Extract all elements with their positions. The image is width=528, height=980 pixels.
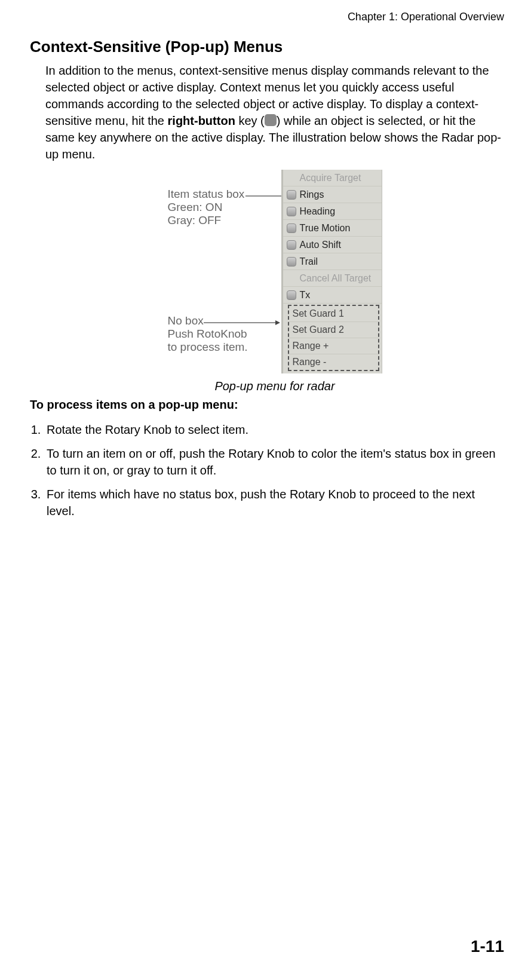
menu-item-range-minus[interactable]: Range - bbox=[289, 354, 378, 370]
menu-item-label: Rings bbox=[300, 189, 324, 200]
menu-item-auto-shift[interactable]: Auto Shift bbox=[283, 237, 382, 253]
section-title: Context-Sensitive (Pop-up) Menus bbox=[30, 38, 504, 56]
menu-item-label: True Motion bbox=[300, 223, 351, 234]
annot-status-box-l2: Green: ON bbox=[168, 201, 281, 214]
menu-item-tx[interactable]: Tx bbox=[283, 287, 382, 304]
menu-item-rings[interactable]: Rings bbox=[283, 186, 382, 203]
right-button-icon bbox=[265, 114, 277, 126]
arrow-icon bbox=[204, 319, 281, 326]
step-2: To turn an item on or off, push the Rota… bbox=[44, 445, 504, 479]
radar-popup-menu: Acquire Target Rings Heading True Motion bbox=[281, 170, 382, 373]
menu-item-heading[interactable]: Heading bbox=[283, 203, 382, 220]
annot-no-box-l2: Push RotoKnob bbox=[168, 327, 281, 341]
status-box-icon bbox=[287, 190, 296, 200]
menu-item-label: Trail bbox=[300, 256, 318, 267]
page-number: 1-11 bbox=[471, 937, 504, 956]
right-button-key-label: right-button bbox=[168, 114, 235, 127]
menu-item-true-motion[interactable]: True Motion bbox=[283, 220, 382, 237]
menu-item-label: Heading bbox=[300, 206, 336, 217]
procedure-heading: To process items on a pop-up menu: bbox=[30, 398, 504, 412]
annot-status-box-l3: Gray: OFF bbox=[168, 214, 281, 227]
step-3: For items which have no status box, push… bbox=[44, 486, 504, 519]
menu-item-set-guard-2[interactable]: Set Guard 2 bbox=[289, 322, 378, 338]
menu-item-label: Cancel All Target bbox=[300, 273, 372, 284]
menu-item-trail[interactable]: Trail bbox=[283, 253, 382, 270]
figure-caption: Pop-up menu for radar bbox=[45, 379, 504, 393]
status-box-icon bbox=[287, 207, 296, 216]
status-box-icon bbox=[287, 290, 296, 300]
figure-annotations: Item status box Green: ON Gray: OFF No b… bbox=[168, 170, 281, 373]
procedure-steps: Rotate the Rotary Knob to select item. T… bbox=[30, 421, 504, 519]
intro-text-b: key ( bbox=[235, 114, 265, 127]
menu-item-label: Auto Shift bbox=[300, 240, 341, 250]
status-box-icon bbox=[287, 240, 296, 250]
intro-paragraph: In addition to the menus, context-sensit… bbox=[45, 62, 504, 163]
figure-popup-menu: Item status box Green: ON Gray: OFF No b… bbox=[45, 170, 504, 373]
menu-item-set-guard-1[interactable]: Set Guard 1 bbox=[289, 306, 378, 322]
menu-item-label: Tx bbox=[300, 290, 311, 301]
menu-item-acquire-target[interactable]: Acquire Target bbox=[283, 170, 382, 186]
menu-item-cancel-all-target[interactable]: Cancel All Target bbox=[283, 270, 382, 287]
menu-item-label: Acquire Target bbox=[300, 173, 361, 183]
svg-marker-3 bbox=[275, 320, 280, 325]
annot-no-box-l3: to process item. bbox=[168, 341, 281, 354]
step-1: Rotate the Rotary Knob to select item. bbox=[44, 421, 504, 438]
menu-item-range-plus[interactable]: Range + bbox=[289, 338, 378, 354]
dashed-submenu: Set Guard 1 Set Guard 2 Range + Range - bbox=[288, 305, 379, 371]
status-box-icon bbox=[287, 223, 296, 233]
page-header: Chapter 1: Operational Overview bbox=[30, 11, 504, 23]
status-box-icon bbox=[287, 257, 296, 267]
